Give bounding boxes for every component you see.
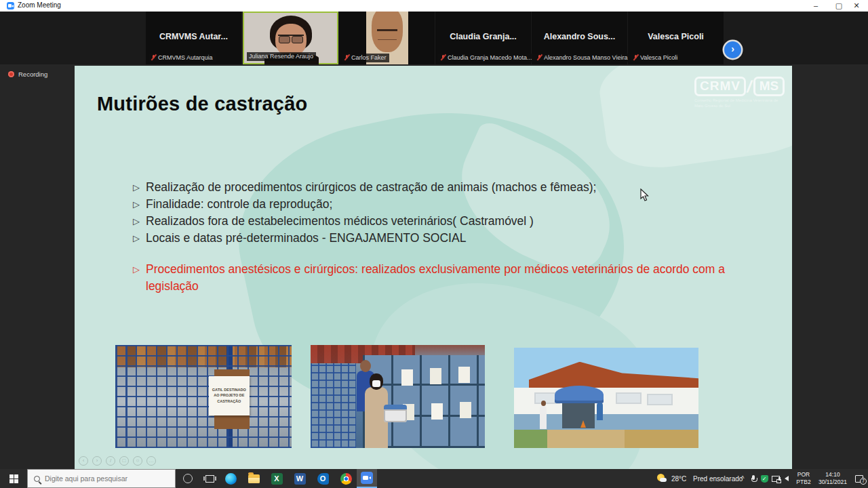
photo-kennel-lockers bbox=[311, 345, 485, 448]
slide-bullets: ▷ Realização de procedimentos cirúrgicos… bbox=[133, 179, 764, 247]
taskbar-chrome[interactable] bbox=[335, 469, 357, 488]
bullet-arrow-icon: ▷ bbox=[133, 213, 140, 230]
tray-security[interactable]: ✓ bbox=[759, 469, 770, 488]
language-indicator[interactable]: POR PTB2 bbox=[792, 469, 815, 488]
bullet-item-red: ▷ Procedimentos anestésicos e cirúrgicos… bbox=[133, 261, 758, 295]
recording-indicator: Recording bbox=[8, 70, 47, 78]
slide-title: Mutirões de castração bbox=[97, 93, 307, 115]
more-options-icon[interactable]: … bbox=[146, 456, 156, 466]
clock[interactable]: 14:10 30/11/2021 bbox=[815, 469, 850, 488]
zoom-slide-icon[interactable]: ○ bbox=[133, 456, 142, 466]
chevron-up-icon: ^ bbox=[741, 475, 745, 483]
search-input[interactable] bbox=[45, 474, 167, 483]
crmvms-logo: CRMV / MS Conselho Regional de Medicina … bbox=[694, 77, 784, 108]
notification-icon: 7 bbox=[855, 475, 863, 483]
crmvms-logo-subtitle: Conselho Regional de Medicina Veterinári… bbox=[694, 98, 784, 108]
outlook-icon: O bbox=[317, 473, 329, 485]
zoom-camera-icon bbox=[361, 472, 373, 484]
bullet-item: ▷ Realização de procedimentos cirúrgicos… bbox=[133, 179, 764, 196]
prev-slide-icon[interactable]: ‹ bbox=[79, 456, 88, 466]
participant-tile-crmvms[interactable]: CRMVMS Autar... CRMVMS Autarquia bbox=[146, 12, 242, 64]
shield-check-icon: ✓ bbox=[761, 475, 768, 483]
bullet-item: ▷ Realizados fora de estabelecimentos mé… bbox=[133, 213, 764, 230]
next-slide-icon[interactable]: › bbox=[92, 456, 102, 466]
participant-title: CRMVMS Autar... bbox=[146, 32, 241, 41]
bullet-item: ▷ Locais e datas pré-determinados - ENGA… bbox=[133, 230, 764, 247]
close-button[interactable]: ✕ bbox=[846, 1, 867, 11]
edge-icon bbox=[225, 473, 237, 485]
bullet-arrow-icon: ▷ bbox=[133, 179, 140, 196]
participant-title: Claudia Granja... bbox=[435, 32, 531, 41]
mouse-cursor bbox=[640, 188, 649, 201]
weather-desc[interactable]: Pred ensolarado bbox=[693, 469, 743, 488]
speaker-icon bbox=[785, 476, 789, 481]
minimize-button[interactable]: – bbox=[806, 1, 826, 11]
participant-name-badge: Valesca Picoli bbox=[631, 54, 680, 62]
bullet-item: ▷ Finalidade: controle da reprodução; bbox=[133, 196, 764, 213]
taskbar-zoom-active[interactable] bbox=[357, 469, 377, 488]
taskbar-search[interactable] bbox=[27, 469, 176, 488]
participant-name-badge: CRMVMS Autarquia bbox=[149, 54, 216, 62]
next-participants-button[interactable]: › bbox=[724, 41, 741, 58]
photo-clinic-building bbox=[514, 348, 698, 448]
excel-icon: X bbox=[271, 473, 283, 485]
word-icon: W bbox=[294, 473, 306, 485]
recording-dot-icon bbox=[8, 71, 14, 77]
cortana-icon bbox=[183, 474, 193, 483]
taskbar-file-explorer[interactable] bbox=[243, 469, 264, 488]
pen-icon[interactable]: / bbox=[106, 456, 115, 466]
notification-center-button[interactable]: 7 bbox=[852, 469, 867, 488]
cortana-button[interactable] bbox=[178, 469, 198, 488]
show-slides-icon[interactable]: □ bbox=[119, 456, 129, 466]
cage-sign: GATIL DESTINADO AO PROJETO DE CASTRAÇÃO bbox=[209, 376, 250, 415]
mic-muted-icon bbox=[151, 54, 156, 61]
presenter-controls: ‹ › / □ ○ … bbox=[79, 456, 156, 466]
bullet-arrow-icon: ▷ bbox=[133, 230, 140, 247]
shared-screen-slide: Mutirões de castração CRMV / MS Conselho… bbox=[75, 66, 792, 469]
participant-strip: CRMVMS Autar... CRMVMS Autarquia Juliana… bbox=[0, 12, 868, 64]
tray-expand-button[interactable]: ^ bbox=[738, 469, 747, 488]
weather-sun-cloud-icon bbox=[657, 474, 667, 483]
microphone-icon bbox=[751, 475, 756, 483]
zoom-app-icon bbox=[7, 2, 14, 9]
participant-tile-carlos[interactable]: Carlos Faker bbox=[339, 12, 435, 64]
weather-temp[interactable]: 28°C bbox=[671, 469, 686, 488]
task-view-icon bbox=[205, 475, 214, 483]
file-explorer-icon bbox=[248, 474, 260, 483]
participant-tile-valesca[interactable]: Valesca Picoli Valesca Picoli bbox=[628, 12, 724, 64]
glasses bbox=[278, 35, 304, 41]
window-titlebar: Zoom Meeting – ▢ ✕ bbox=[0, 0, 868, 12]
participant-tile-juliana[interactable]: Juliana Resende Araujo bbox=[243, 12, 338, 64]
bullet-arrow-icon: ▷ bbox=[133, 196, 140, 213]
windows-logo-icon bbox=[9, 474, 18, 483]
task-view-button[interactable] bbox=[199, 469, 220, 488]
participant-name-badge: Carlos Faker bbox=[342, 54, 389, 62]
participant-tile-claudia[interactable]: Claudia Granja... Claudia Granja Macedo … bbox=[435, 12, 532, 64]
bullet-arrow-icon: ▷ bbox=[133, 261, 140, 295]
windows-taskbar: X W O 28°C Pred ensolarado ^ ✓ POR PTB2 bbox=[0, 469, 868, 488]
photo-cattery-cage: GATIL DESTINADO AO PROJETO DE CASTRAÇÃO bbox=[115, 345, 292, 448]
taskbar-excel[interactable]: X bbox=[266, 469, 288, 488]
notification-count-badge: 7 bbox=[860, 478, 867, 485]
mic-muted-icon bbox=[344, 54, 349, 61]
taskbar-outlook[interactable]: O bbox=[312, 469, 334, 488]
weather-widget[interactable] bbox=[655, 469, 669, 488]
participant-tile-alexandro[interactable]: Alexandro Sous... Alexandro Sousa Manso … bbox=[532, 12, 628, 64]
mic-muted-icon bbox=[440, 54, 446, 61]
taskbar-word[interactable]: W bbox=[289, 469, 311, 488]
participant-title: Alexandro Sous... bbox=[532, 32, 627, 41]
search-icon bbox=[34, 476, 40, 482]
window-title: Zoom Meeting bbox=[18, 1, 61, 9]
start-button[interactable] bbox=[0, 469, 27, 488]
participant-name-badge: Claudia Granja Macedo Mota... bbox=[438, 54, 535, 62]
participant-name-badge: Alexandro Sousa Manso Vieira bbox=[534, 54, 630, 62]
taskbar-edge[interactable] bbox=[220, 469, 241, 488]
tray-volume[interactable] bbox=[781, 469, 792, 488]
tray-microphone[interactable] bbox=[749, 469, 758, 488]
mic-muted-icon bbox=[536, 54, 542, 61]
date: 30/11/2021 bbox=[818, 479, 847, 486]
participant-name-badge: Juliana Resende Araujo bbox=[247, 52, 316, 61]
mic-muted-icon bbox=[633, 54, 638, 61]
participant-title: Valesca Picoli bbox=[628, 32, 724, 41]
chrome-icon bbox=[340, 473, 352, 485]
